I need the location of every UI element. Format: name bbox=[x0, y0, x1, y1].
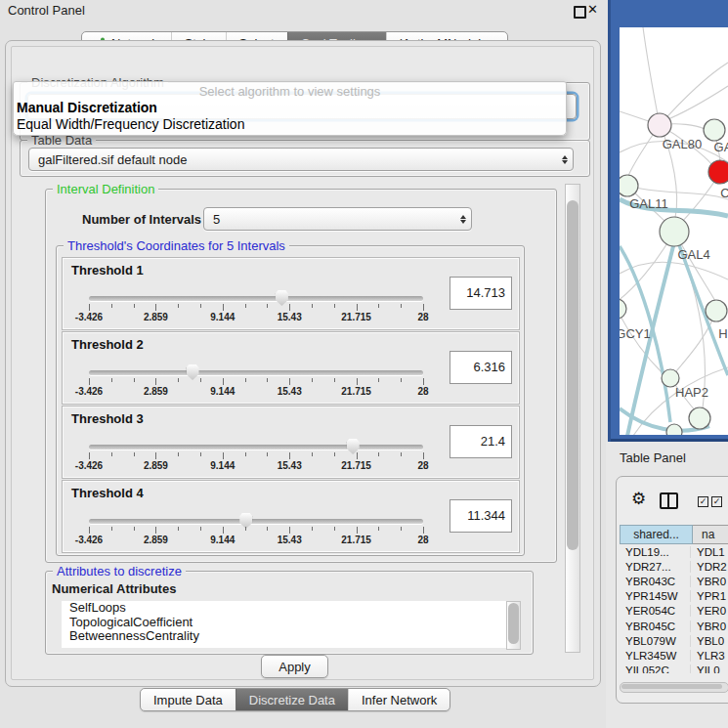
table-horizontal-scrollbar[interactable] bbox=[620, 682, 728, 693]
cell-name[interactable]: YBR0 bbox=[691, 621, 728, 632]
split-columns-icon[interactable] bbox=[660, 492, 678, 509]
cell-name[interactable]: YDR2 bbox=[691, 561, 728, 573]
table-row[interactable]: YBL079WYBL0 bbox=[620, 633, 728, 648]
scale-label: -3.426 bbox=[75, 312, 103, 322]
major-tick bbox=[89, 304, 90, 311]
minor-tick bbox=[267, 378, 268, 382]
threshold-4-slider[interactable] bbox=[89, 519, 423, 524]
algorithm-prompt-option[interactable]: Select algorithm to view settings bbox=[14, 84, 566, 100]
minor-tick bbox=[111, 378, 112, 382]
table-data-select[interactable]: galFiltered.sif default node bbox=[28, 148, 574, 171]
scale-label: 9.144 bbox=[210, 386, 235, 397]
scrollbar-thumb[interactable] bbox=[508, 603, 519, 644]
settings-scrollbar[interactable] bbox=[565, 184, 580, 653]
threshold-3-value-field[interactable]: 21.4 bbox=[450, 425, 512, 458]
cell-shared-name[interactable]: YBR045C bbox=[620, 621, 691, 632]
scale-label: 15.43 bbox=[278, 535, 302, 545]
attributes-list-scrollbar[interactable] bbox=[506, 601, 521, 650]
threshold-3-slider[interactable] bbox=[89, 445, 423, 450]
cell-name[interactable]: YLR3 bbox=[691, 650, 728, 662]
cell-shared-name[interactable]: YPR145W bbox=[620, 590, 691, 602]
threshold-1-value-field[interactable]: 14.713 bbox=[450, 277, 512, 310]
major-tick bbox=[357, 452, 358, 459]
table-row[interactable]: YPR145WYPR1 bbox=[620, 589, 728, 604]
cell-shared-name[interactable]: YLR345W bbox=[620, 650, 691, 662]
major-tick bbox=[155, 452, 156, 459]
attribute-list-item[interactable]: TopologicalCoefficient bbox=[62, 616, 506, 630]
close-panel-icon[interactable]: ✕ bbox=[587, 2, 598, 17]
cell-shared-name[interactable]: YER054C bbox=[620, 605, 691, 617]
scale-label: 28 bbox=[417, 312, 428, 322]
scrollbar-thumb[interactable] bbox=[567, 200, 578, 550]
node-label: H bbox=[718, 326, 727, 341]
threshold-4-value-field[interactable]: 11.344 bbox=[450, 499, 512, 533]
network-node-gcy1[interactable] bbox=[620, 299, 626, 319]
apply-button[interactable]: Apply bbox=[261, 655, 328, 678]
scrollbar-thumb[interactable] bbox=[621, 684, 722, 689]
network-edge[interactable] bbox=[664, 86, 728, 121]
cell-name[interactable]: YIL0 bbox=[691, 664, 728, 673]
table-row[interactable]: YDR27...YDR2 bbox=[620, 559, 728, 574]
network-node[interactable] bbox=[689, 407, 710, 429]
major-tick bbox=[223, 304, 224, 311]
float-panel-icon[interactable] bbox=[574, 6, 586, 19]
table-row[interactable]: YER054CYER0 bbox=[620, 604, 728, 619]
network-canvas[interactable]: GAL80GACGAL11GAL4GCY1HHAP2 bbox=[620, 27, 728, 435]
table-row[interactable]: YDL19...YDL1 bbox=[620, 544, 728, 559]
cell-shared-name[interactable]: YIL052C bbox=[620, 664, 691, 673]
major-tick bbox=[289, 304, 290, 311]
network-node[interactable] bbox=[708, 160, 728, 184]
option-equal-width-frequency[interactable]: Equal Width/Frequency Discretization bbox=[14, 116, 566, 133]
threshold-2-slider[interactable] bbox=[89, 370, 423, 375]
threshold-2-value-field[interactable]: 6.316 bbox=[450, 351, 512, 384]
network-node-gal11[interactable] bbox=[620, 175, 638, 196]
node-label: GAL4 bbox=[677, 247, 709, 262]
option-manual-discretization[interactable]: Manual Discretization bbox=[14, 100, 566, 116]
network-edge[interactable] bbox=[643, 27, 660, 125]
cell-shared-name[interactable]: YBR043C bbox=[620, 576, 691, 587]
attribute-list-item[interactable]: BetweennessCentrality bbox=[62, 629, 506, 644]
combo-spinner-icon bbox=[556, 155, 573, 164]
table-row[interactable]: YIL052CYIL0 bbox=[620, 664, 728, 674]
cell-name[interactable]: YER0 bbox=[691, 605, 728, 617]
network-edge[interactable] bbox=[660, 63, 728, 125]
minor-tick bbox=[378, 452, 379, 456]
major-tick bbox=[357, 304, 358, 311]
node-label: C bbox=[720, 186, 728, 200]
tab-discretize-data[interactable]: Discretize Data bbox=[236, 689, 348, 710]
tab-impute-data[interactable]: Impute Data bbox=[141, 689, 236, 710]
gear-icon[interactable]: ⚙ bbox=[631, 491, 646, 507]
cell-shared-name[interactable]: YDR27... bbox=[620, 561, 691, 573]
attribute-list-item[interactable]: SelfLoops bbox=[62, 601, 506, 616]
table-row[interactable]: YBR043CYBR0 bbox=[620, 574, 728, 588]
minor-tick bbox=[401, 527, 402, 531]
minor-tick bbox=[312, 527, 313, 531]
column-header-name[interactable]: na bbox=[693, 525, 728, 544]
column-header-shared-name[interactable]: shared... bbox=[620, 525, 693, 544]
network-node[interactable] bbox=[666, 424, 682, 435]
tab-infer-network[interactable]: Infer Network bbox=[348, 689, 450, 710]
network-node-h[interactable] bbox=[706, 300, 727, 321]
table-row[interactable]: YBR045CYBR0 bbox=[620, 619, 728, 633]
cell-shared-name[interactable]: YBL079W bbox=[620, 635, 691, 647]
network-node-gal80[interactable] bbox=[648, 113, 671, 137]
network-node[interactable] bbox=[704, 119, 725, 141]
threshold-1-slider[interactable] bbox=[89, 296, 423, 301]
network-node-gal4[interactable] bbox=[660, 217, 689, 246]
cell-name[interactable]: YPR1 bbox=[691, 590, 728, 602]
cell-name[interactable]: YBL0 bbox=[691, 635, 728, 647]
thresholds-group: Threshold's Coordinates for 5 Intervals … bbox=[56, 245, 525, 556]
number-of-intervals-select[interactable]: 5 bbox=[203, 207, 472, 231]
interval-definition-group: Interval Definition Number of Intervals … bbox=[45, 189, 557, 563]
slider-scale-labels: -3.4262.8599.14415.4321.71528 bbox=[89, 312, 423, 323]
cell-name[interactable]: YDL1 bbox=[691, 546, 728, 558]
table-row[interactable]: YLR345WYLR3 bbox=[620, 648, 728, 663]
numerical-attributes-label: Numerical Attributes bbox=[52, 581, 176, 596]
cell-name[interactable]: YBR0 bbox=[691, 576, 728, 587]
checkbox-icon[interactable]: ✓ bbox=[711, 496, 722, 507]
control-panel: Control Panel ✕ Network Style Select Cyn… bbox=[0, 0, 606, 728]
major-tick bbox=[155, 304, 156, 311]
table-body: YDL19...YDL1YDR27...YDR2YBR043CYBR0YPR14… bbox=[620, 544, 728, 673]
cell-shared-name[interactable]: YDL19... bbox=[620, 546, 691, 558]
checkbox-icon[interactable]: ✓ bbox=[698, 496, 708, 507]
